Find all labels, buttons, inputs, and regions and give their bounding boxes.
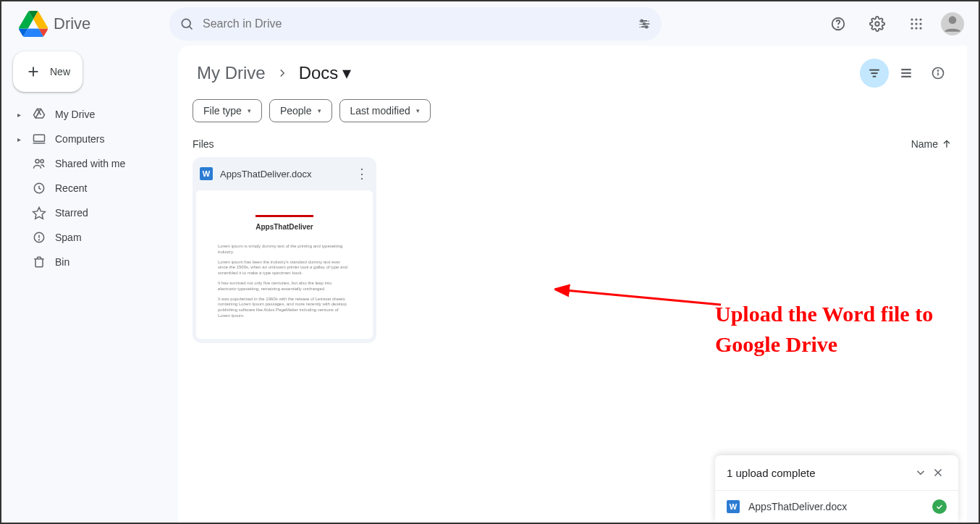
nav-label: Computers bbox=[55, 133, 104, 145]
nav-label: Bin bbox=[55, 256, 69, 268]
filter-chips: File type▾ People▾ Last modified▾ bbox=[178, 90, 967, 131]
file-preview: AppsThatDeliver Lorem ipsum is simply du… bbox=[196, 190, 373, 339]
svg-point-11 bbox=[911, 22, 913, 25]
svg-rect-22 bbox=[34, 135, 45, 141]
toast-header: 1 upload complete bbox=[715, 455, 958, 490]
nav-recent[interactable]: Recent bbox=[10, 176, 169, 200]
svg-rect-36 bbox=[901, 76, 911, 77]
file-name: AppsThatDeliver.docx bbox=[220, 169, 347, 179]
chip-file-type[interactable]: File type▾ bbox=[193, 99, 262, 122]
chevron-right-icon bbox=[276, 67, 289, 80]
chip-label: File type bbox=[203, 105, 242, 117]
search-options-icon[interactable] bbox=[637, 17, 651, 31]
nav-computers[interactable]: ▸Computers bbox=[10, 127, 169, 151]
nav-label: My Drive bbox=[55, 109, 95, 120]
info-button[interactable] bbox=[924, 59, 952, 88]
word-file-icon: W bbox=[200, 167, 213, 180]
nav-bin[interactable]: Bin bbox=[10, 250, 169, 274]
nav-label: Shared with me bbox=[55, 158, 125, 169]
search-bar[interactable] bbox=[169, 7, 662, 41]
spam-icon bbox=[32, 230, 46, 245]
help-button[interactable] bbox=[824, 9, 853, 38]
chip-people[interactable]: People▾ bbox=[269, 99, 332, 122]
annotation-text: Upload the Word file to Google Drive bbox=[715, 299, 967, 360]
svg-point-39 bbox=[938, 70, 939, 71]
section-label: Files bbox=[193, 138, 214, 150]
svg-marker-27 bbox=[33, 208, 46, 219]
svg-rect-34 bbox=[901, 69, 911, 70]
toast-item[interactable]: W AppsThatDeliver.docx bbox=[715, 490, 958, 523]
svg-rect-31 bbox=[869, 69, 879, 71]
nav-starred[interactable]: Starred bbox=[10, 200, 169, 225]
svg-point-25 bbox=[41, 160, 43, 163]
new-button[interactable]: New bbox=[13, 51, 83, 92]
svg-point-9 bbox=[915, 18, 917, 20]
apps-grid-button[interactable] bbox=[902, 9, 931, 38]
drive-icon bbox=[32, 107, 46, 122]
sort-name[interactable]: Name bbox=[911, 138, 952, 150]
caret-icon: ▸ bbox=[17, 111, 23, 119]
upload-toast: 1 upload complete W AppsThatDeliver.docx bbox=[715, 455, 958, 523]
view-controls bbox=[860, 59, 952, 88]
breadcrumb-parent[interactable]: My Drive bbox=[193, 60, 270, 86]
svg-point-6 bbox=[838, 27, 839, 28]
toast-item-name: AppsThatDeliver.docx bbox=[748, 501, 847, 512]
svg-point-15 bbox=[915, 27, 917, 29]
svg-point-16 bbox=[919, 27, 921, 29]
new-button-label: New bbox=[50, 66, 70, 77]
svg-point-14 bbox=[911, 27, 913, 29]
nav-shared[interactable]: Shared with me bbox=[10, 151, 169, 176]
arrow-up-icon bbox=[941, 138, 952, 150]
chip-last-modified[interactable]: Last modified▾ bbox=[339, 99, 431, 122]
account-avatar[interactable] bbox=[941, 12, 964, 35]
toast-close-button[interactable] bbox=[929, 464, 947, 481]
computer-icon bbox=[32, 132, 46, 146]
nav-my-drive[interactable]: ▸My Drive bbox=[10, 102, 169, 127]
svg-point-24 bbox=[35, 159, 39, 163]
nav-label: Starred bbox=[55, 207, 88, 219]
svg-point-0 bbox=[182, 19, 190, 28]
nav-label: Recent bbox=[55, 182, 87, 194]
search-icon bbox=[179, 17, 194, 31]
app-header: Drive bbox=[1, 1, 979, 46]
dropdown-caret-icon: ▾ bbox=[416, 107, 420, 114]
file-more-button[interactable]: ⋮ bbox=[355, 166, 369, 182]
header-actions bbox=[824, 9, 968, 38]
sort-label: Name bbox=[911, 138, 938, 150]
star-icon bbox=[32, 206, 46, 220]
file-card[interactable]: W AppsThatDeliver.docx ⋮ AppsThatDeliver… bbox=[193, 157, 376, 343]
toast-title: 1 upload complete bbox=[727, 467, 816, 479]
nav-spam[interactable]: Spam bbox=[10, 225, 169, 250]
product-name: Drive bbox=[54, 14, 90, 33]
sidebar: New ▸My Drive ▸Computers Shared with me … bbox=[1, 46, 178, 523]
svg-point-10 bbox=[919, 18, 921, 20]
shared-icon bbox=[32, 156, 46, 171]
filter-view-button[interactable] bbox=[860, 59, 889, 88]
files-header: Files Name bbox=[178, 131, 967, 157]
file-card-header: W AppsThatDeliver.docx ⋮ bbox=[193, 157, 376, 190]
preview-title: AppsThatDeliver bbox=[218, 223, 351, 231]
dropdown-caret-icon: ▾ bbox=[248, 107, 251, 114]
svg-point-30 bbox=[39, 240, 40, 240]
svg-point-7 bbox=[875, 22, 879, 26]
list-view-button[interactable] bbox=[892, 59, 921, 88]
word-file-icon: W bbox=[727, 500, 740, 513]
dropdown-caret-icon: ▾ bbox=[342, 63, 351, 83]
toast-collapse-button[interactable] bbox=[912, 464, 929, 481]
logo-area[interactable]: Drive bbox=[12, 9, 164, 38]
dropdown-caret-icon: ▾ bbox=[318, 107, 321, 114]
svg-rect-35 bbox=[901, 72, 911, 74]
plus-icon bbox=[25, 64, 41, 80]
chip-label: People bbox=[280, 105, 312, 117]
svg-point-12 bbox=[915, 22, 917, 25]
svg-point-8 bbox=[911, 18, 913, 20]
svg-line-21 bbox=[35, 112, 39, 118]
clock-icon bbox=[32, 181, 46, 195]
trash-icon bbox=[32, 255, 46, 269]
search-input[interactable] bbox=[203, 17, 628, 30]
content-area: My Drive Docs ▾ File type▾ People▾ Last … bbox=[178, 46, 967, 523]
breadcrumb-current[interactable]: Docs ▾ bbox=[295, 60, 356, 86]
settings-button[interactable] bbox=[863, 9, 892, 38]
upload-success-icon bbox=[932, 499, 947, 514]
breadcrumb-current-label: Docs bbox=[299, 63, 339, 83]
